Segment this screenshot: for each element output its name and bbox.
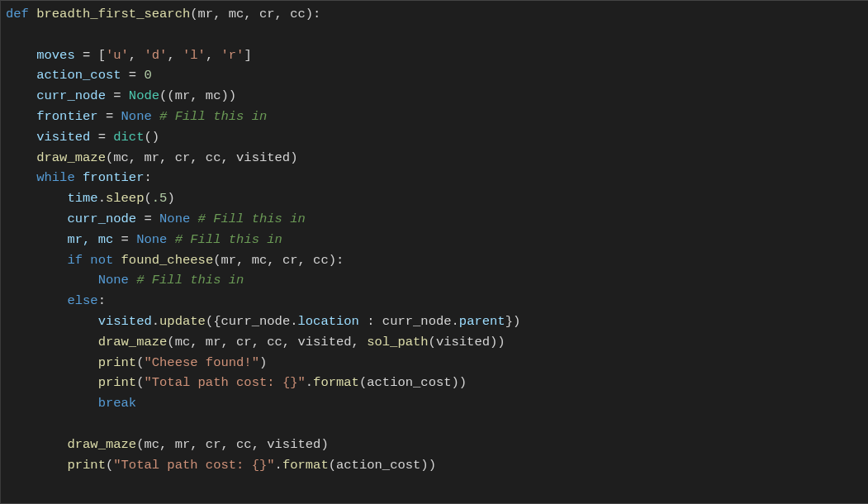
fn-print: print bbox=[67, 458, 106, 473]
var-curr-node: curr_node bbox=[36, 88, 106, 103]
str-l: 'l' bbox=[183, 48, 206, 63]
equals: = bbox=[75, 48, 98, 63]
fn-draw-maze: draw_maze bbox=[67, 437, 136, 452]
keyword-not: not bbox=[90, 253, 113, 268]
keyword-def: def bbox=[6, 7, 29, 21]
colon: : bbox=[336, 253, 344, 268]
var-mr-mc: mr, mc bbox=[67, 232, 113, 247]
keyword-while: while bbox=[36, 170, 75, 185]
fn-found-cheese: found_cheese bbox=[121, 253, 214, 268]
var-frontier: frontier bbox=[36, 109, 97, 124]
node-args: ((mr, mc)) bbox=[159, 88, 236, 103]
found-args: (mr, mc, cr, cc) bbox=[213, 253, 336, 268]
none-literal: None bbox=[159, 212, 190, 226]
str-u: 'u' bbox=[106, 48, 129, 63]
dict-args: () bbox=[144, 130, 159, 145]
keyword-break: break bbox=[98, 396, 137, 411]
colon: : bbox=[144, 170, 151, 185]
draw-args: (mc, mr, cr, cc, visited) bbox=[106, 150, 298, 165]
num-zero: 0 bbox=[144, 68, 151, 83]
comment-fill: # Fill this in bbox=[136, 273, 244, 288]
none-literal: None bbox=[136, 232, 167, 247]
keyword-if: if bbox=[67, 253, 83, 268]
fn-sol-path: sol_path bbox=[367, 335, 428, 349]
fn-draw-maze: draw_maze bbox=[36, 150, 106, 165]
fn-format: format bbox=[313, 375, 359, 390]
update-mid: : curr_node. bbox=[359, 314, 459, 329]
var-curr-node: curr_node bbox=[67, 212, 136, 226]
none-literal: None bbox=[98, 273, 129, 288]
dot: . bbox=[275, 458, 282, 473]
format-args: (action_cost)) bbox=[329, 458, 436, 473]
colon: : bbox=[313, 7, 320, 21]
fn-print: print bbox=[98, 375, 137, 390]
comma: , bbox=[129, 48, 145, 63]
dot: . bbox=[306, 375, 313, 390]
var-frontier: frontier bbox=[83, 170, 144, 185]
equals: = bbox=[98, 109, 121, 124]
comma: , bbox=[167, 48, 183, 63]
str-r: 'r' bbox=[221, 48, 244, 63]
update-open: ({curr_node. bbox=[206, 314, 298, 329]
num-sleep: .5 bbox=[152, 191, 168, 206]
bracket: [ bbox=[98, 48, 106, 63]
var-moves: moves bbox=[36, 48, 75, 63]
bracket: ] bbox=[244, 48, 251, 63]
dot: . bbox=[152, 314, 159, 329]
equals: = bbox=[136, 212, 159, 226]
comment-fill: # Fill this in bbox=[159, 109, 267, 124]
paren: ) bbox=[259, 355, 267, 370]
function-name: breadth_first_search bbox=[36, 7, 190, 21]
code-block: def breadth_first_search(mr, mc, cr, cc)… bbox=[1, 1, 868, 478]
attr-parent: parent bbox=[459, 314, 505, 329]
str-d: 'd' bbox=[144, 48, 167, 63]
fn-draw-maze: draw_maze bbox=[98, 335, 168, 349]
fn-format: format bbox=[282, 458, 329, 473]
attr-location: location bbox=[298, 314, 359, 329]
format-args: (action_cost)) bbox=[359, 375, 467, 390]
colon: : bbox=[98, 293, 106, 308]
keyword-else: else bbox=[67, 293, 97, 308]
str-cheese: "Cheese found!" bbox=[144, 355, 259, 370]
var-visited: visited bbox=[36, 130, 90, 145]
comma: , bbox=[206, 48, 221, 63]
paren: ( bbox=[144, 191, 151, 206]
fn-sleep: sleep bbox=[106, 191, 145, 206]
var-visited: visited bbox=[98, 314, 152, 329]
fn-print: print bbox=[98, 355, 137, 370]
str-path-cost: "Total path cost: {}" bbox=[113, 458, 274, 473]
paren: ( bbox=[106, 458, 113, 473]
equals: = bbox=[90, 130, 113, 145]
fn-update: update bbox=[159, 314, 206, 329]
draw-args: (mc, mr, cr, cc, visited) bbox=[136, 437, 329, 452]
str-path-cost: "Total path cost: {}" bbox=[144, 375, 305, 390]
paren: ) bbox=[167, 191, 174, 206]
class-node: Node bbox=[129, 88, 159, 103]
class-dict: dict bbox=[113, 130, 144, 145]
comment-fill: # Fill this in bbox=[175, 232, 282, 247]
paren: (visited)) bbox=[429, 335, 505, 349]
none-literal: None bbox=[121, 109, 152, 124]
module-time: time bbox=[67, 191, 97, 206]
equals: = bbox=[121, 68, 145, 83]
equals: = bbox=[106, 88, 129, 103]
params: (mr, mc, cr, cc) bbox=[190, 7, 313, 21]
update-close: }) bbox=[505, 314, 521, 329]
comment-fill: # Fill this in bbox=[198, 212, 306, 226]
equals: = bbox=[113, 232, 136, 247]
var-action-cost: action_cost bbox=[36, 68, 121, 83]
paren: (mc, mr, cr, cc, visited, bbox=[167, 335, 367, 349]
dot: . bbox=[98, 191, 106, 206]
